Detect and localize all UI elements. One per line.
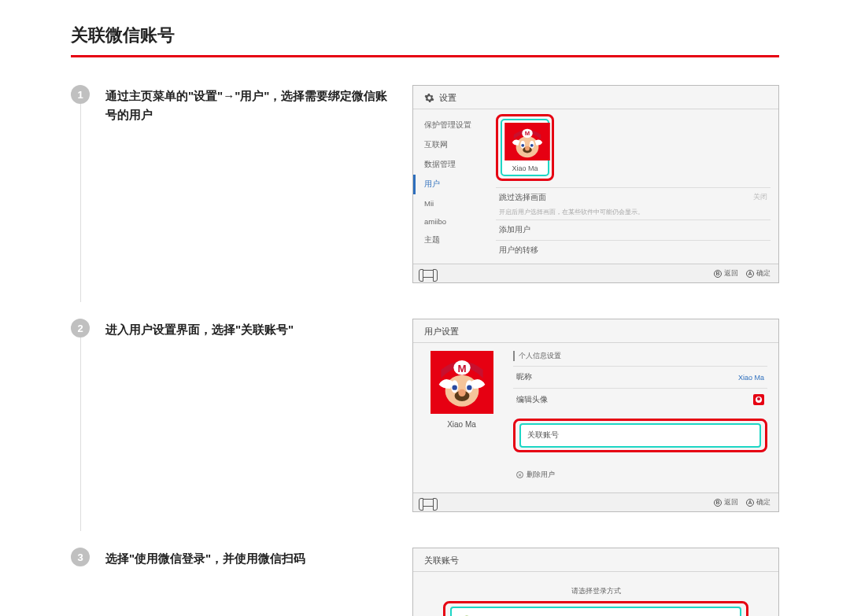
svg-point-19 (458, 389, 465, 397)
link-account-highlight[interactable]: 关联账号 (513, 419, 767, 452)
delete-user-row[interactable]: ✕ 删除用户 (513, 465, 767, 485)
add-user-label: 添加用户 (499, 225, 530, 235)
mini-avatar-icon (753, 394, 764, 405)
skip-label: 跳过选择画面 (499, 193, 546, 203)
nickname-label: 昵称 (516, 372, 532, 382)
back-button[interactable]: B返回 (714, 497, 738, 507)
timeline-line (80, 338, 81, 531)
nickname-value: Xiao Ma (738, 374, 764, 382)
skip-hint: 开启后用户选择画面，在某些软件中可能仍会显示。 (496, 208, 771, 219)
svg-point-7 (530, 144, 534, 147)
screenshot-2: 用户设置 M Xia (412, 319, 779, 512)
s2-header: 用户设置 (413, 319, 778, 343)
controller-icon (421, 270, 435, 278)
back-label: 返回 (724, 497, 738, 507)
back-label: 返回 (724, 268, 738, 278)
mario-avatar-icon: M (504, 123, 550, 160)
svg-point-21 (757, 397, 760, 400)
s1-footer: B返回 A确定 (413, 264, 778, 282)
s1-header: 设置 (413, 86, 778, 109)
skip-value: 关闭 (753, 193, 767, 203)
step-2: 2 进入用户设置界面，选择"关联账号" 用户设置 M (71, 319, 779, 512)
step-text-3: 选择"使用微信登录"，并使用微信扫码 (105, 548, 397, 568)
svg-point-15 (452, 385, 456, 389)
page-title: 关联微信账号 (71, 24, 779, 55)
link-account-label: 关联账号 (519, 423, 761, 448)
menu-item[interactable]: 互联网 (413, 135, 488, 155)
step-text-2: 进入用户设置界面，选择"关联账号" (105, 319, 397, 339)
ok-label: 确定 (756, 497, 771, 507)
delete-icon: ✕ (516, 471, 523, 478)
menu-item[interactable]: 保护管理设置 (413, 116, 488, 135)
user-name: Xiao Ma (424, 415, 499, 429)
menu-item[interactable]: Mii (413, 194, 488, 212)
transfer-label: 用户的转移 (499, 245, 538, 256)
svg-text:M: M (525, 130, 530, 137)
user-card-name: Xiao Ma (504, 162, 545, 172)
nickname-row[interactable]: 昵称 Xiao Ma (513, 366, 767, 388)
login-prompt: 请选择登录方式 (443, 586, 748, 596)
title-underline (71, 55, 779, 57)
screenshot-3: 关联账号 请选择登录方式 使用微信登录 (412, 548, 779, 616)
ok-label: 确定 (756, 268, 771, 278)
svg-text:M: M (457, 363, 466, 374)
menu-item[interactable]: 数据管理 (413, 155, 488, 175)
step-number-1: 1 (71, 85, 90, 104)
menu-item[interactable]: amiibo (413, 212, 488, 231)
screenshot-1: 设置 保护管理设置 互联网 数据管理 用户 Mii amiibo 主题 (412, 85, 779, 283)
back-button[interactable]: B返回 (714, 268, 738, 278)
s2-footer: B返回 A确定 (413, 492, 778, 511)
user-card-highlight[interactable]: M Xiao Ma (496, 114, 554, 181)
wechat-login-highlight[interactable]: 使用微信登录 (443, 601, 748, 616)
step-1: 1 通过主页菜单的"设置"→"用户"，选择需要绑定微信账号的用户 设置 保护管理… (71, 85, 779, 283)
ok-button[interactable]: A确定 (746, 268, 771, 278)
s3-header: 关联账号 (413, 548, 778, 572)
s1-sidebar: 保护管理设置 互联网 数据管理 用户 Mii amiibo 主题 (413, 109, 488, 264)
section-heading: 个人信息设置 (513, 351, 767, 361)
timeline-line (80, 104, 81, 302)
skip-row[interactable]: 跳过选择画面 关闭 (496, 187, 771, 208)
ok-button[interactable]: A确定 (746, 497, 771, 507)
step-number-2: 2 (71, 319, 90, 338)
menu-item[interactable]: 主题 (413, 231, 488, 250)
s1-header-label: 设置 (439, 92, 456, 104)
svg-point-17 (467, 385, 471, 389)
step-number-3: 3 (71, 548, 90, 566)
controller-icon (421, 499, 435, 507)
delete-label: 删除用户 (527, 470, 555, 480)
svg-point-9 (525, 146, 530, 151)
menu-item-selected[interactable]: 用户 (413, 175, 488, 194)
add-user-row[interactable]: 添加用户 (496, 219, 771, 240)
avatar-row[interactable]: 编辑头像 (513, 388, 767, 411)
gear-icon (424, 93, 434, 103)
step-3: 3 选择"使用微信登录"，并使用微信扫码 关联账号 请选择登录方式 使用微信登录 (71, 548, 779, 616)
mario-avatar-icon: M (431, 351, 493, 414)
svg-point-5 (521, 144, 524, 147)
avatar-label: 编辑头像 (516, 395, 548, 405)
step-text-1: 通过主页菜单的"设置"→"用户"，选择需要绑定微信账号的用户 (105, 85, 397, 124)
transfer-row[interactable]: 用户的转移 (496, 240, 771, 260)
